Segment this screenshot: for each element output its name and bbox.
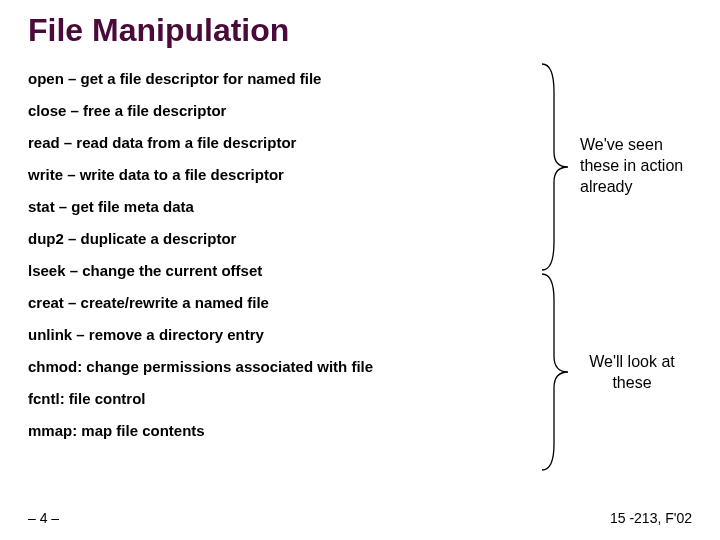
page-number: – 4 – (28, 510, 59, 526)
annotation-look: We'll look at these (582, 352, 682, 394)
list-item: write – write data to a file descriptor (28, 166, 438, 184)
annotation-line: We'll look at (582, 352, 682, 373)
annotation-seen: We've seen these in action already (580, 135, 683, 197)
annotation-line: these in action (580, 156, 683, 177)
list-item: chmod: change permissions associated wit… (28, 358, 438, 376)
list-item: dup2 – duplicate a descriptor (28, 230, 438, 248)
list-item: mmap: map file contents (28, 422, 438, 440)
brace-icon (540, 272, 570, 472)
list-item: creat – create/rewrite a named file (28, 294, 438, 312)
brace-icon (540, 62, 570, 272)
annotation-line: already (580, 177, 683, 198)
list-item: stat – get file meta data (28, 198, 438, 216)
list-item: read – read data from a file descriptor (28, 134, 438, 152)
list-item: open – get a file descriptor for named f… (28, 70, 438, 88)
list-item: lseek – change the current offset (28, 262, 438, 280)
list-item: fcntl: file control (28, 390, 438, 408)
slide: File Manipulation open – get a file desc… (0, 0, 720, 540)
list-item: close – free a file descriptor (28, 102, 438, 120)
annotation-line: these (582, 373, 682, 394)
list-item: unlink – remove a directory entry (28, 326, 438, 344)
course-code: 15 -213, F'02 (610, 510, 692, 526)
page-title: File Manipulation (28, 12, 289, 49)
syscall-list: open – get a file descriptor for named f… (28, 70, 438, 454)
annotation-line: We've seen (580, 135, 683, 156)
